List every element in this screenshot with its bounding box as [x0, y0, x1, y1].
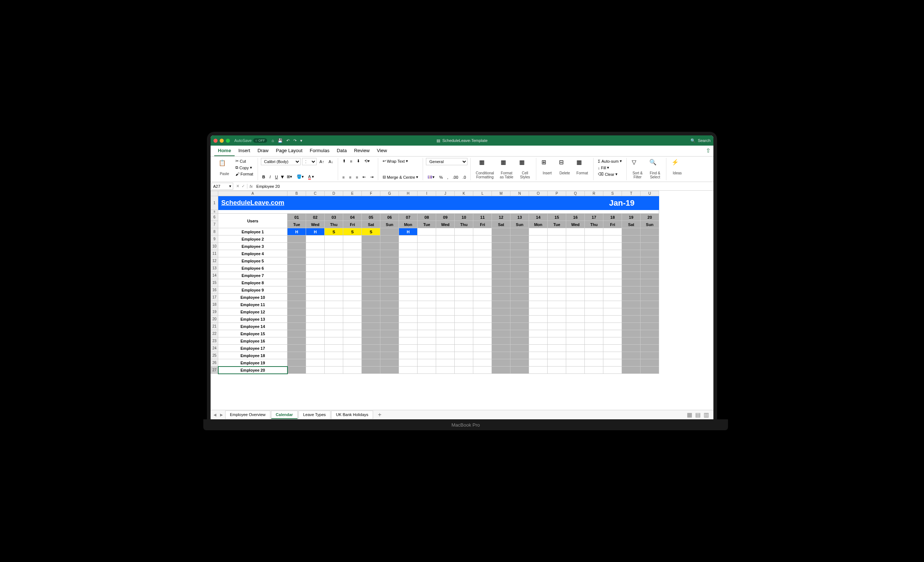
format-cells-button[interactable]: ▦Format — [574, 158, 590, 176]
grid-cell[interactable] — [380, 330, 399, 338]
grid-cell[interactable] — [362, 257, 380, 265]
grid-cell[interactable] — [529, 345, 548, 352]
employee-name-cell[interactable]: Employee 17 — [218, 345, 288, 352]
grid-cell[interactable] — [380, 352, 399, 359]
grid-cell[interactable] — [436, 279, 455, 287]
grid-cell[interactable] — [455, 236, 473, 243]
grid-cell[interactable] — [436, 308, 455, 315]
grid-cell[interactable] — [566, 315, 585, 323]
search-label[interactable]: Search — [698, 138, 711, 143]
grid-cell[interactable] — [436, 338, 455, 345]
grid-cell[interactable] — [548, 366, 566, 374]
row-header-18[interactable]: 18 — [211, 301, 218, 308]
employee-name-cell[interactable]: Employee 14 — [218, 323, 288, 330]
grid-cell[interactable] — [510, 352, 529, 359]
grid-cell[interactable] — [622, 294, 640, 301]
grid-cell[interactable] — [566, 265, 585, 272]
grid-cell[interactable] — [473, 257, 492, 265]
employee-name-cell[interactable]: Employee 1 — [218, 228, 288, 236]
add-sheet-button[interactable]: ＋ — [374, 411, 386, 419]
grid-cell[interactable] — [585, 287, 603, 294]
grid-cell[interactable] — [640, 359, 659, 366]
grid-cell[interactable] — [436, 228, 455, 236]
grid-cell[interactable] — [585, 265, 603, 272]
grid-cell[interactable] — [603, 257, 622, 265]
grid-cell[interactable] — [640, 257, 659, 265]
grid-cell[interactable] — [436, 359, 455, 366]
cut-button[interactable]: ✂Cut — [234, 158, 255, 164]
grid-cell[interactable] — [362, 250, 380, 257]
grid-cell[interactable] — [585, 323, 603, 330]
grid-cell[interactable] — [603, 308, 622, 315]
grid-cell[interactable] — [436, 352, 455, 359]
day-num-04[interactable]: 04 — [343, 214, 362, 221]
grid-cell[interactable] — [603, 330, 622, 338]
grid-cell[interactable] — [510, 345, 529, 352]
border-button[interactable]: ⊞▾ — [285, 173, 294, 180]
col-header-Q[interactable]: Q — [566, 191, 585, 196]
employee-name-cell[interactable]: Employee 10 — [218, 294, 288, 301]
day-num-03[interactable]: 03 — [325, 214, 343, 221]
grid-cell[interactable] — [288, 294, 306, 301]
grid-cell[interactable] — [585, 257, 603, 265]
grid-cell[interactable] — [473, 308, 492, 315]
day-num-02[interactable]: 02 — [306, 214, 325, 221]
autosum-button[interactable]: ΣAuto-sum▾ — [597, 158, 623, 164]
font-size-select[interactable]: 12 — [302, 158, 316, 165]
grid-cell[interactable] — [362, 265, 380, 272]
grid-cell[interactable] — [566, 250, 585, 257]
grid-cell[interactable] — [362, 315, 380, 323]
grid-cell[interactable]: H — [306, 228, 325, 236]
col-header-E[interactable]: E — [343, 191, 362, 196]
grid-cell[interactable] — [566, 228, 585, 236]
grid-cell[interactable] — [566, 308, 585, 315]
grid-cell[interactable] — [510, 294, 529, 301]
grid-cell[interactable] — [603, 272, 622, 279]
grid-cell[interactable] — [603, 301, 622, 308]
increase-indent-icon[interactable]: ⇥ — [369, 174, 375, 180]
grid-cell[interactable] — [380, 294, 399, 301]
grid-cell[interactable] — [306, 315, 325, 323]
row-header-21[interactable]: 21 — [211, 323, 218, 330]
grid-cell[interactable] — [640, 272, 659, 279]
employee-name-cell[interactable]: Employee 3 — [218, 243, 288, 250]
grid-cell[interactable] — [417, 287, 436, 294]
grid-cell[interactable] — [380, 323, 399, 330]
grid-cell[interactable] — [529, 330, 548, 338]
currency-icon[interactable]: 💷▾ — [426, 174, 436, 180]
grid-cell[interactable] — [380, 257, 399, 265]
grid-cell[interactable] — [622, 366, 640, 374]
accept-formula-icon[interactable]: ✓ — [242, 184, 245, 188]
grid-cell[interactable] — [529, 308, 548, 315]
grid-cell[interactable] — [380, 272, 399, 279]
grid-cell[interactable] — [492, 301, 510, 308]
qat-more-icon[interactable]: ▾ — [300, 138, 302, 143]
fill-button[interactable]: ↓Fill▾ — [597, 164, 623, 171]
grid-cell[interactable] — [399, 308, 417, 315]
grid-cell[interactable] — [622, 352, 640, 359]
grid-cell[interactable] — [548, 257, 566, 265]
grid-cell[interactable] — [417, 294, 436, 301]
grid-cell[interactable] — [325, 301, 343, 308]
grid-cell[interactable] — [306, 352, 325, 359]
grid-cell[interactable] — [306, 257, 325, 265]
fx-icon[interactable]: fx — [248, 184, 255, 188]
grid-cell[interactable]: S — [362, 228, 380, 236]
grid-cell[interactable] — [455, 294, 473, 301]
grid-cell[interactable] — [399, 243, 417, 250]
grid-cell[interactable] — [343, 250, 362, 257]
col-header-C[interactable]: C — [306, 191, 325, 196]
grid-cell[interactable] — [380, 243, 399, 250]
grid-cell[interactable] — [362, 308, 380, 315]
day-num-09[interactable]: 09 — [436, 214, 455, 221]
grid-cell[interactable] — [399, 279, 417, 287]
grid-cell[interactable] — [622, 287, 640, 294]
delete-cells-button[interactable]: ⊟Delete — [557, 158, 573, 176]
view-break-icon[interactable]: ▥ — [704, 411, 709, 418]
row-header-13[interactable]: 13 — [211, 265, 218, 272]
grid-cell[interactable] — [399, 272, 417, 279]
grid-cell[interactable] — [362, 352, 380, 359]
grid-cell[interactable] — [325, 294, 343, 301]
grid-cell[interactable] — [548, 236, 566, 243]
sort-filter-button[interactable]: ▽Sort & Filter — [630, 158, 646, 180]
